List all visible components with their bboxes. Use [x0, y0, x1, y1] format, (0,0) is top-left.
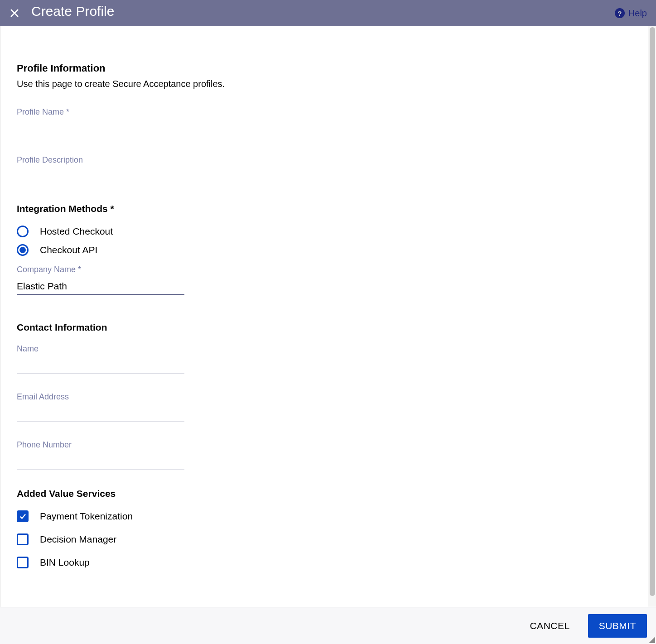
form-content: Profile Information Use this page to cre…	[0, 26, 648, 607]
modal-footer: CANCEL SUBMIT	[0, 607, 656, 644]
scrollbar[interactable]	[648, 26, 656, 607]
radio-icon	[17, 244, 29, 256]
checkbox-icon	[17, 533, 29, 545]
submit-button[interactable]: SUBMIT	[588, 614, 647, 638]
services-heading: Added Value Services	[17, 488, 632, 499]
radio-icon	[17, 226, 29, 237]
help-label: Help	[628, 8, 647, 19]
checkbox-decision-manager[interactable]: Decision Manager	[17, 533, 632, 545]
help-link[interactable]: ? Help	[615, 8, 647, 19]
checkbox-label: Payment Tokenization	[40, 511, 133, 522]
profile-description-input[interactable]	[17, 168, 184, 185]
scrollbar-thumb[interactable]	[650, 27, 655, 596]
radio-checkout-api[interactable]: Checkout API	[17, 244, 632, 256]
checkbox-label: Decision Manager	[40, 534, 116, 545]
contact-email-input[interactable]	[17, 405, 184, 422]
profile-info-title: Profile Information	[17, 62, 632, 74]
modal-header: Create Profile ? Help	[0, 0, 656, 26]
checkbox-payment-tokenization[interactable]: Payment Tokenization	[17, 510, 632, 522]
services-checkbox-group: Payment Tokenization Decision Manager BI…	[17, 510, 632, 568]
help-icon: ?	[615, 8, 625, 18]
profile-name-input[interactable]	[17, 120, 184, 137]
company-name-label: Company Name *	[17, 265, 632, 274]
radio-label: Checkout API	[40, 245, 97, 255]
radio-hosted-checkout[interactable]: Hosted Checkout	[17, 226, 632, 237]
contact-email-label: Email Address	[17, 392, 632, 402]
cancel-button[interactable]: CANCEL	[530, 620, 569, 631]
contact-phone-label: Phone Number	[17, 440, 632, 450]
contact-name-input[interactable]	[17, 357, 184, 374]
contact-info-heading: Contact Information	[17, 322, 632, 333]
radio-selected-dot	[19, 247, 26, 253]
radio-label: Hosted Checkout	[40, 226, 113, 237]
content-wrapper: Profile Information Use this page to cre…	[0, 26, 656, 607]
contact-name-label: Name	[17, 344, 632, 354]
checkmark-icon	[19, 512, 27, 520]
checkbox-label: BIN Lookup	[40, 557, 90, 568]
resize-handle-icon[interactable]	[649, 637, 655, 643]
checkbox-bin-lookup[interactable]: BIN Lookup	[17, 557, 632, 568]
integration-methods-heading: Integration Methods *	[17, 203, 632, 214]
checkbox-icon	[17, 510, 29, 522]
profile-description-label: Profile Description	[17, 155, 632, 165]
page-title: Create Profile	[31, 4, 114, 19]
checkbox-icon	[17, 557, 29, 568]
company-name-input[interactable]	[17, 278, 184, 295]
header-left: Create Profile	[9, 7, 114, 19]
close-icon[interactable]	[9, 8, 20, 19]
contact-phone-input[interactable]	[17, 453, 184, 470]
integration-radio-group: Hosted Checkout Checkout API	[17, 226, 632, 256]
profile-info-subtitle: Use this page to create Secure Acceptanc…	[17, 79, 632, 89]
profile-name-label: Profile Name *	[17, 107, 632, 117]
